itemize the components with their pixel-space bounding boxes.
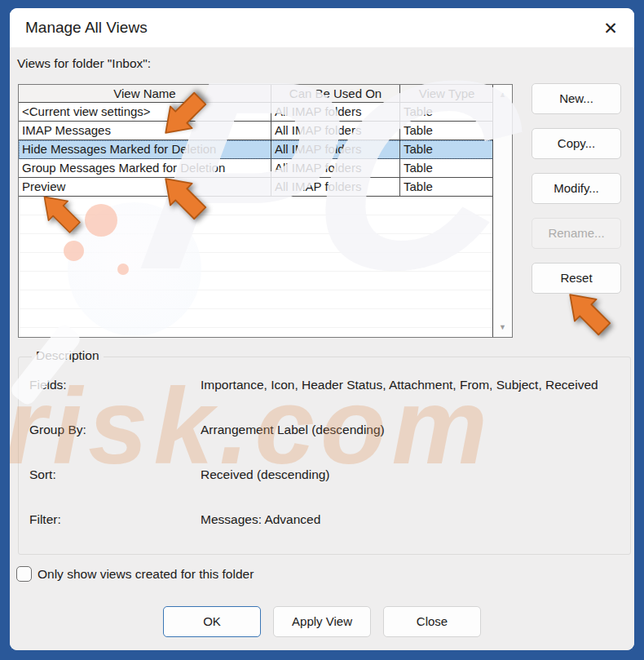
copy-button[interactable]: Copy... — [532, 128, 621, 159]
cell-used-on: All IMAP folders — [271, 103, 400, 121]
table-row[interactable]: IMAP Messages All IMAP folders Table — [19, 122, 512, 140]
vertical-scrollbar[interactable]: ▲ ▼ — [492, 85, 512, 337]
description-legend: Description — [32, 348, 104, 363]
column-header-can-be-used-on[interactable]: Can Be Used On — [271, 85, 400, 102]
annotation-arrow-imap-messages — [160, 80, 218, 139]
cell-view-name: Hide Messages Marked for Deletion — [19, 140, 271, 158]
filter-label: Filter: — [29, 512, 61, 527]
rename-button-disabled: Rename... — [532, 218, 621, 249]
annotation-arrow-reset — [564, 289, 623, 348]
desktop-background: Manage All Views ✕ Views for folder "Inb… — [0, 0, 644, 660]
checkbox-label[interactable]: Only show views created for this folder — [37, 567, 254, 582]
annotation-arrow-group-messages — [160, 173, 218, 232]
cell-used-on: All IMAP folders — [271, 140, 400, 158]
description-groupbox: Description Fields: Importance, Icon, He… — [18, 357, 631, 555]
new-button[interactable]: New... — [532, 83, 621, 114]
table-row[interactable]: Group Messages Marked for Deletion All I… — [19, 159, 512, 178]
cell-view-type: Table — [400, 103, 494, 121]
ok-button[interactable]: OK — [163, 606, 261, 637]
modify-button[interactable]: Modify... — [532, 173, 621, 204]
apply-view-button[interactable]: Apply View — [273, 606, 371, 637]
group-by-label: Group By: — [29, 423, 86, 437]
cell-used-on: All IMAP folders — [271, 178, 400, 196]
annotation-arrow-preview — [39, 192, 91, 244]
group-by-value: Arrangement Label (descending) — [201, 423, 632, 437]
views-list-header: View Name Can Be Used On View Type — [19, 85, 512, 103]
dialog-title: Manage All Views — [25, 19, 148, 37]
scroll-down-icon[interactable]: ▼ — [493, 323, 512, 331]
cell-view-name: Group Messages Marked for Deletion — [19, 159, 271, 177]
dialog-body: Views for folder "Inbox": View Name Can … — [10, 47, 634, 650]
table-row-selected[interactable]: Hide Messages Marked for Deletion All IM… — [19, 140, 512, 159]
filter-value: Messages: Advanced — [201, 512, 632, 527]
scroll-up-icon[interactable]: ▲ — [493, 91, 512, 99]
cell-view-type: Table — [400, 122, 494, 140]
cell-view-type: Table — [400, 178, 494, 196]
dialog-titlebar: Manage All Views ✕ — [10, 8, 634, 47]
cell-view-type: Table — [400, 140, 494, 158]
cell-used-on: All IMAP folders — [271, 122, 400, 140]
close-button[interactable]: Close — [383, 606, 481, 637]
column-header-view-name[interactable]: View Name — [19, 85, 271, 102]
only-show-views-checkbox[interactable] — [16, 566, 32, 582]
manage-all-views-dialog: Manage All Views ✕ Views for folder "Inb… — [10, 8, 634, 650]
cell-used-on: All IMAP folders — [271, 159, 400, 177]
close-icon[interactable]: ✕ — [598, 16, 623, 41]
folder-label: Views for folder "Inbox": — [17, 56, 151, 71]
fields-label: Fields: — [29, 378, 67, 392]
cell-view-name: <Current view settings> — [19, 103, 271, 121]
table-row[interactable]: <Current view settings> All IMAP folders… — [19, 103, 512, 122]
fields-value: Importance, Icon, Header Status, Attachm… — [201, 378, 632, 392]
list-empty-area — [19, 197, 512, 337]
sort-value: Received (descending) — [201, 467, 632, 482]
column-header-view-type[interactable]: View Type — [400, 85, 494, 102]
cell-view-type: Table — [400, 159, 494, 177]
sort-label: Sort: — [29, 467, 56, 482]
table-row[interactable]: Preview All IMAP folders Table — [19, 178, 512, 197]
views-list: View Name Can Be Used On View Type <Curr… — [18, 84, 513, 338]
cell-view-name: IMAP Messages — [19, 122, 271, 140]
